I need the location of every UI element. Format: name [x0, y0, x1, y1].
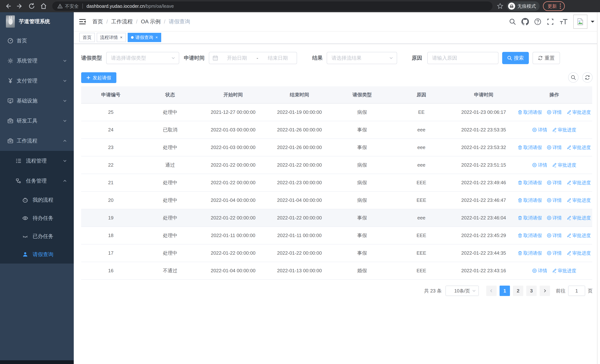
detail-link[interactable]: 详情	[547, 109, 562, 115]
reason-input[interactable]: 请输入原因	[427, 52, 498, 64]
approval-progress-link[interactable]: 审批进度	[567, 233, 591, 239]
cancel-leave-link[interactable]: 取消请假	[518, 233, 542, 239]
address-bar[interactable]: 不安全 dashboard.yudao.iocoder.cn/bpm/oa/le…	[52, 1, 493, 11]
breadcrumb-item[interactable]: 工作流程	[111, 18, 133, 25]
sidebar-item-todo-task[interactable]: 待办任务	[0, 209, 74, 227]
detail-link[interactable]: 详情	[547, 144, 562, 150]
browser-scrollbar[interactable]	[597, 12, 600, 364]
sidebar-collapse-bar[interactable]	[0, 360, 74, 364]
font-size-icon[interactable]	[559, 18, 568, 25]
next-page-button[interactable]	[540, 286, 550, 296]
detail-link[interactable]: 详情	[532, 162, 547, 168]
approval-progress-link[interactable]: 审批进度	[567, 180, 591, 186]
close-icon[interactable]: ×	[120, 35, 122, 39]
browser-update-button[interactable]: 更新	[543, 1, 565, 11]
sidebar-item-my-process[interactable]: 我的流程	[0, 191, 74, 209]
approval-progress-link[interactable]: 审批进度	[567, 109, 591, 115]
approval-progress-link[interactable]: 审批进度	[552, 127, 576, 133]
tab-流程详情[interactable]: 流程详情×	[97, 33, 126, 42]
sidebar-fold-icon[interactable]	[79, 19, 86, 24]
detail-link[interactable]: 详情	[547, 215, 562, 221]
table-cell: 2022-01-22 23:45:29	[451, 227, 516, 244]
sidebar-item-payment[interactable]: 支付管理	[0, 71, 74, 91]
prev-page-button[interactable]	[486, 286, 497, 296]
toggle-search-button[interactable]	[568, 72, 579, 83]
bookmark-star-icon[interactable]	[497, 3, 503, 9]
sidebar-item-process-mgmt[interactable]: 流程管理	[0, 151, 74, 171]
cancel-leave-link[interactable]: 取消请假	[518, 109, 542, 115]
trash-icon	[518, 145, 522, 150]
sidebar-item-system[interactable]: 系统管理	[0, 51, 74, 71]
leave-type-select[interactable]: 请选择请假类型	[106, 52, 179, 64]
detail-link[interactable]: 详情	[532, 268, 547, 274]
cancel-leave-link[interactable]: 取消请假	[518, 215, 542, 221]
table-cell: 2022-01-22 23:44:35	[451, 244, 516, 262]
browser-home-icon[interactable]	[40, 3, 47, 10]
approval-progress-link[interactable]: 审批进度	[567, 250, 591, 256]
page-button-1[interactable]: 1	[500, 286, 510, 296]
sidebar-item-infra[interactable]: 基础设施	[0, 91, 74, 111]
header-search-icon[interactable]	[509, 18, 516, 25]
goto-page-input[interactable]: 1	[568, 286, 585, 296]
approval-progress-link[interactable]: 审批进度	[567, 144, 591, 150]
create-leave-button[interactable]: 发起请假	[81, 72, 116, 83]
sidebar-item-workflow[interactable]: 工作流程	[0, 131, 74, 151]
refresh-button[interactable]	[582, 72, 593, 83]
close-icon[interactable]: ×	[155, 35, 158, 39]
approval-progress-link[interactable]: 审批进度	[552, 268, 576, 274]
page-button-2[interactable]: 2	[513, 286, 523, 296]
help-icon[interactable]	[534, 18, 542, 25]
sidebar-item-task-mgmt[interactable]: 任务管理	[0, 171, 74, 191]
detail-link[interactable]: 详情	[547, 250, 562, 256]
page-size-select[interactable]: 10条/页	[445, 286, 479, 296]
approval-progress-link[interactable]: 审批进度	[552, 162, 576, 168]
chevron-up-icon	[63, 139, 67, 143]
sidebar-item-devtools[interactable]: 研发工具	[0, 111, 74, 131]
browser-reload-icon[interactable]	[28, 3, 35, 10]
detail-link[interactable]: 详情	[532, 127, 547, 133]
search-button[interactable]: 搜索	[502, 52, 529, 64]
sidebar-item-leave-query[interactable]: 请假查询	[0, 245, 74, 263]
page-button-3[interactable]: 3	[526, 286, 537, 296]
cancel-leave-link[interactable]: 取消请假	[518, 197, 542, 203]
approval-progress-link[interactable]: 审批进度	[567, 215, 591, 221]
breadcrumb-item[interactable]: 首页	[92, 18, 103, 25]
tab-首页[interactable]: 首页	[79, 33, 95, 42]
sidebar-item-home[interactable]: 首页	[0, 31, 74, 51]
apply-time-range-picker[interactable]: 开始日期 - 结束日期	[209, 52, 297, 64]
github-icon[interactable]	[521, 18, 529, 25]
avatar-dropdown-caret-icon[interactable]	[591, 21, 594, 24]
cancel-leave-link[interactable]: 取消请假	[518, 250, 542, 256]
user-avatar[interactable]	[573, 15, 587, 29]
toolbox-icon	[7, 118, 13, 124]
start-date-placeholder[interactable]: 开始日期	[218, 55, 256, 61]
user-icon	[22, 252, 28, 257]
tags-view: 首页流程详情×请假查询×	[74, 31, 600, 44]
edit-icon	[552, 128, 557, 132]
table-cell: 2022-01-04 00:00:00	[266, 191, 332, 209]
reset-button[interactable]: 重置	[533, 52, 560, 64]
result-select[interactable]: 请选择流结果	[327, 52, 397, 64]
table-cell: 2022-01-23 00:00:00	[266, 174, 332, 191]
breadcrumb-item[interactable]: OA 示例	[141, 18, 160, 25]
url-path: /bpm/oa/leave	[145, 3, 174, 9]
table-cell: eee	[392, 209, 451, 227]
end-date-placeholder[interactable]: 结束日期	[259, 55, 297, 61]
app-logo[interactable]: 芋道管理系统	[0, 12, 74, 31]
detail-link[interactable]: 详情	[547, 180, 562, 186]
detail-link[interactable]: 详情	[547, 233, 562, 239]
browser-forward-icon[interactable]	[16, 3, 23, 10]
trash-icon	[518, 215, 522, 220]
table-cell: 2022-01-11 00:00:00	[266, 227, 332, 244]
browser-menu-icon[interactable]	[560, 3, 561, 9]
sidebar-item-done-task[interactable]: 已办任务	[0, 227, 74, 245]
incognito-icon	[508, 3, 515, 10]
cancel-leave-link[interactable]: 取消请假	[518, 180, 542, 186]
detail-link[interactable]: 详情	[547, 197, 562, 203]
approval-progress-link[interactable]: 审批进度	[567, 197, 591, 203]
cancel-leave-link[interactable]: 取消请假	[518, 144, 542, 150]
tab-请假查询[interactable]: 请假查询×	[128, 33, 161, 42]
apply-time-label: 申请时间	[184, 52, 205, 64]
fullscreen-icon[interactable]	[547, 18, 554, 25]
browser-back-icon[interactable]	[4, 3, 11, 10]
